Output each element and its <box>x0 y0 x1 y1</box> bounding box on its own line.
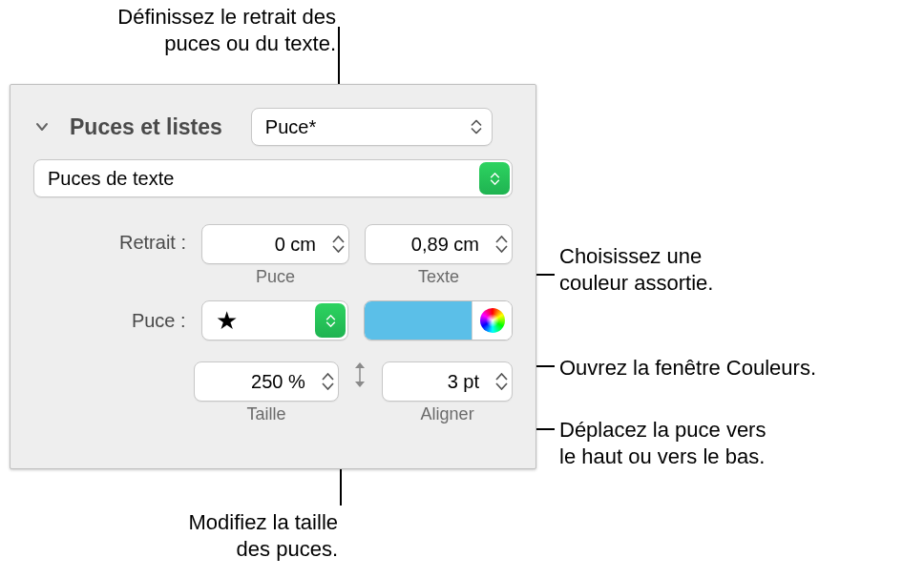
stepper-down[interactable] <box>495 245 508 253</box>
stepper-up[interactable] <box>495 236 508 243</box>
text-indent-caption: Texte <box>365 267 513 287</box>
text-indent-stepper[interactable]: 0,89 cm <box>365 224 513 264</box>
callout-text: Déplacez la puce vers le haut ou vers le… <box>559 418 766 468</box>
bullets-panel: Puces et listes Puce* Puces de texte R <box>10 84 536 469</box>
callout-size: Modifiez la taille des puces. <box>122 509 338 562</box>
callout-color: Choisissez une couleur assortie. <box>559 243 903 296</box>
color-combo <box>364 300 513 341</box>
align-stepper[interactable]: 3 pt <box>382 361 513 402</box>
vertical-arrows-icon <box>350 361 371 388</box>
bullet-glyph-select[interactable]: ★ <box>201 300 349 341</box>
disclosure-toggle[interactable] <box>33 118 51 135</box>
stepper-up[interactable] <box>322 373 334 381</box>
size-caption: Taille <box>194 404 338 424</box>
bullet-type-value: Puces de texte <box>48 168 174 190</box>
indent-label: Retrait : <box>33 224 186 254</box>
callout-indent: Définissez le retrait des puces ou du te… <box>80 4 336 56</box>
callout-window: Ouvrez la fenêtre Couleurs. <box>559 355 922 382</box>
dropdown-button-icon <box>479 162 510 195</box>
stepper-down[interactable] <box>495 382 508 390</box>
list-style-value: Puce* <box>265 116 316 138</box>
star-icon: ★ <box>216 308 238 333</box>
chevrons-icon <box>471 120 482 134</box>
section-title: Puces et listes <box>70 114 222 140</box>
bullet-type-select[interactable]: Puces de texte <box>33 159 513 197</box>
size-stepper[interactable]: 250 % <box>194 361 338 402</box>
callout-text: Modifiez la taille des puces. <box>188 510 338 561</box>
list-style-select[interactable]: Puce* <box>251 108 493 146</box>
size-value: 250 % <box>208 371 304 393</box>
bullet-indent-stepper[interactable]: 0 cm <box>201 224 349 264</box>
callout-text: Définissez le retrait des puces ou du te… <box>117 5 336 55</box>
callout-text: Ouvrez la fenêtre Couleurs. <box>559 356 816 380</box>
color-swatch[interactable] <box>365 301 472 340</box>
color-wheel-icon <box>480 308 505 333</box>
align-value: 3 pt <box>396 371 479 393</box>
bullet-label: Puce : <box>33 310 186 332</box>
text-indent-value: 0,89 cm <box>379 234 479 256</box>
stepper-up[interactable] <box>332 236 345 243</box>
dropdown-button-icon <box>315 303 346 338</box>
stepper-down[interactable] <box>332 245 345 253</box>
stepper-down[interactable] <box>322 382 334 390</box>
bullet-indent-value: 0 cm <box>216 234 316 256</box>
align-caption: Aligner <box>382 404 513 424</box>
bullet-indent-caption: Puce <box>201 267 349 287</box>
color-wheel-button[interactable] <box>472 301 512 340</box>
callout-text: Choisissez une couleur assortie. <box>559 244 713 295</box>
stepper-up[interactable] <box>495 373 508 381</box>
callout-move: Déplacez la puce vers le haut ou vers le… <box>559 417 913 469</box>
